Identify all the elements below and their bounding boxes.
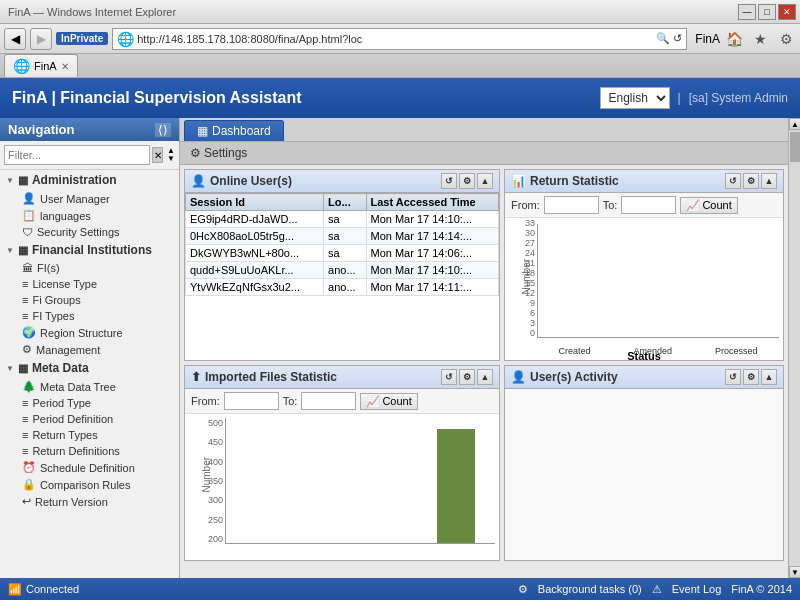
nav-section-header-fi[interactable]: ▼ ▦ Financial Institutions [0,240,179,260]
panel-header-icons: ↺ ⚙ ▲ [725,369,777,385]
panel-config-button[interactable]: ⚙ [743,369,759,385]
panel-config-button[interactable]: ⚙ [459,369,475,385]
browser-titlebar: FinA — Windows Internet Explorer — □ ✕ [0,0,800,24]
sidebar-item-management[interactable]: ⚙ Management [0,341,179,358]
sidebar-item-fi-types[interactable]: ≡ FI Types [0,308,179,324]
sidebar-item-return-version[interactable]: ↩ Return Version [0,493,179,510]
panel-config-button[interactable]: ⚙ [743,173,759,189]
imported-files-toolbar: From: To: 📈 Count [185,389,499,414]
sidebar-item-return-types[interactable]: ≡ Return Types [0,427,179,443]
cell-login: sa [324,245,366,262]
panel-expand-button[interactable]: ▲ [477,369,493,385]
user-icon: 👤 [22,192,36,205]
panel-config-button[interactable]: ⚙ [459,173,475,189]
y-label: 18 [519,268,535,278]
sidebar-header: Navigation ⟨⟩ [0,118,179,141]
url-text: http://146.185.178.108:8080/fina/App.htm… [137,33,362,45]
sidebar-item-period-definition[interactable]: ≡ Period Definition [0,411,179,427]
maximize-button[interactable]: □ [758,4,776,20]
to-date-input[interactable] [621,196,676,214]
from-date-input[interactable] [224,392,279,410]
clock-icon: ⏰ [22,461,36,474]
sidebar-item-user-manager[interactable]: 👤 User Manager [0,190,179,207]
forward-button[interactable]: ▶ [30,28,52,50]
sidebar-item-fi-groups[interactable]: ≡ Fi Groups [0,292,179,308]
scroll-up-button[interactable]: ▲ [789,118,800,130]
nav-item-label: Period Type [32,397,91,409]
address-bar[interactable]: 🌐 http://146.185.178.108:8080/fina/App.h… [112,28,687,50]
tab-close-icon[interactable]: ✕ [61,61,69,72]
sidebar-title: Navigation [8,122,74,137]
close-button[interactable]: ✕ [778,4,796,20]
from-date-input[interactable] [544,196,599,214]
browser-tab-fina[interactable]: 🌐 FinA ✕ [4,54,78,77]
minimize-button[interactable]: — [738,4,756,20]
sidebar-item-languages[interactable]: 📋 languages [0,207,179,224]
sidebar-item-schedule-definition[interactable]: ⏰ Schedule Definition [0,459,179,476]
right-scrollbar[interactable]: ▲ ▼ [788,118,800,578]
browser-tab-bar: 🌐 FinA ✕ [0,54,800,78]
panel-expand-button[interactable]: ▲ [761,369,777,385]
sidebar-item-license-type[interactable]: ≡ License Type [0,276,179,292]
to-date-input[interactable] [301,392,356,410]
expand-icon: ▼ [6,246,14,255]
panel-refresh-button[interactable]: ↺ [725,369,741,385]
panel-refresh-button[interactable]: ↺ [441,369,457,385]
tools-icon[interactable]: ⚙ [776,29,796,49]
users-icon: 👤 [191,174,206,188]
panel-refresh-button[interactable]: ↺ [441,173,457,189]
scroll-thumb[interactable] [790,132,800,162]
sidebar-item-region-structure[interactable]: 🌍 Region Structure [0,324,179,341]
sidebar-item-fis[interactable]: 🏛 FI(s) [0,260,179,276]
nav-section-label-meta: Meta Data [32,361,89,375]
panel-title: Online User(s) [210,174,292,188]
count-button[interactable]: 📈 Count [680,197,737,214]
nav-item-label: Region Structure [40,327,123,339]
nav-item-label: Return Types [32,429,97,441]
panel-expand-button[interactable]: ▲ [477,173,493,189]
sidebar-item-security-settings[interactable]: 🛡 Security Settings [0,224,179,240]
sidebar-filter-input[interactable] [4,145,150,165]
y-label: 250 [199,515,223,525]
sidebar-item-period-type[interactable]: ≡ Period Type [0,395,179,411]
return-statistic-panel: 📊 Return Statistic ↺ ⚙ ▲ From: To: [504,169,784,361]
from-label: From: [511,199,540,211]
nav-section-header-administration[interactable]: ▼ ▦ Administration [0,170,179,190]
panel-header-left: 📊 Return Statistic [511,174,619,188]
favorites-icon[interactable]: ★ [750,29,770,49]
lock-icon: 🔒 [22,478,36,491]
refresh-icon[interactable]: ↺ [673,32,682,45]
y-axis-labels: 200 250 300 350 400 450 500 [199,418,223,544]
nav-section-header-meta[interactable]: ▼ ▦ Meta Data [0,358,179,378]
bars-area [537,224,779,338]
sidebar-item-meta-data-tree[interactable]: 🌲 Meta Data Tree [0,378,179,395]
count-button[interactable]: 📈 Count [360,393,417,410]
nav-item-label: Return Definitions [32,445,119,457]
back-button[interactable]: ◀ [4,28,26,50]
sidebar-collapse-button[interactable]: ⟨⟩ [155,123,171,137]
col-login: Lo... [324,194,366,211]
sidebar-item-comparison-rules[interactable]: 🔒 Comparison Rules [0,476,179,493]
activity-icon: 👤 [511,370,526,384]
settings-tab[interactable]: ⚙ Settings [184,144,253,162]
event-log-icon: ⚠ [652,583,662,596]
list-icon: ≡ [22,397,28,409]
sidebar-scroll-down[interactable]: ▼ [167,155,175,163]
home-icon[interactable]: 🏠 [724,29,744,49]
sidebar-filter-clear-button[interactable]: ✕ [152,147,163,163]
cell-accessed: Mon Mar 17 14:14:... [366,228,499,245]
language-select[interactable]: English [600,87,670,109]
scroll-down-button[interactable]: ▼ [789,566,800,578]
shield-icon: 🛡 [22,226,33,238]
panel-refresh-button[interactable]: ↺ [725,173,741,189]
list-icon: ≡ [22,278,28,290]
settings-icon: ⚙ [190,146,201,160]
online-users-table: Session Id Lo... Last Accessed Time EG9i… [185,193,499,360]
background-tasks-label: Background tasks (0) [538,583,642,595]
users-activity-panel-header: 👤 User(s) Activity ↺ ⚙ ▲ [505,366,783,389]
sidebar-item-return-definitions[interactable]: ≡ Return Definitions [0,443,179,459]
nav-item-label: User Manager [40,193,110,205]
y-label: 33 [519,218,535,228]
tab-dashboard[interactable]: ▦ Dashboard [184,120,284,141]
panel-expand-button[interactable]: ▲ [761,173,777,189]
